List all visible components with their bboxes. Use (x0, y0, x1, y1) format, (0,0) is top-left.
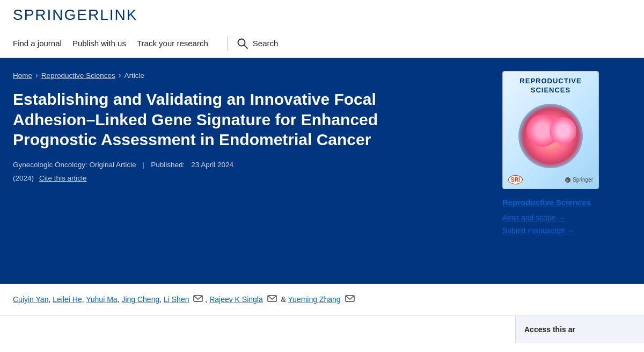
publish-with-us-link[interactable]: Publish with us (72, 34, 137, 52)
find-journal-link[interactable]: Find a journal (13, 34, 72, 52)
author-cuiyin-yan[interactable]: Cuiyin Yan (13, 295, 48, 304)
track-research-link[interactable]: Track your research (137, 34, 219, 52)
breadcrumb-sep-1: › (35, 71, 38, 80)
springer-label: Springer (573, 177, 593, 183)
yueming-email-icon[interactable] (345, 293, 355, 305)
cover-footer: SRI S Springer (503, 175, 598, 184)
search-label: Search (253, 39, 279, 48)
author-leilei-he[interactable]: Leilei He (53, 295, 82, 304)
authors-list: Cuiyin Yan, Leilei He, Yuhui Ma, Jing Ch… (13, 293, 631, 305)
author-li-shen[interactable]: Li Shen (164, 295, 189, 304)
meta-separator: | (143, 161, 145, 169)
article-meta: Gynecologic Oncology: Original Article |… (13, 161, 489, 169)
article-year: (2024) (13, 174, 34, 182)
logo-text2: Link (100, 6, 137, 23)
author-yuhui-ma[interactable]: Yuhui Ma (86, 295, 117, 304)
breadcrumb-sep-2: › (119, 71, 121, 80)
author-yueming-zhang[interactable]: Yueming Zhang (288, 295, 341, 304)
search-icon (237, 38, 248, 49)
search-button[interactable]: Search (237, 38, 279, 49)
journal-sidebar: ReproductiveSciences SRI S Springer Repr… (502, 71, 631, 235)
article-type: Gynecologic Oncology: Original Article (13, 161, 136, 169)
svg-line-1 (244, 45, 247, 48)
springerlink-logo[interactable]: SpringerLink (13, 6, 631, 29)
breadcrumb: Home › Reproductive Sciences › Article (13, 71, 489, 80)
article-hero: Home › Reproductive Sciences › Article E… (0, 58, 644, 284)
submit-manuscript-link[interactable]: Submit manuscript → (502, 226, 631, 235)
published-label: Published: (151, 161, 185, 169)
published-date: 23 April 2024 (191, 161, 233, 169)
cite-article-link[interactable]: Cite this article (39, 174, 87, 182)
article-title: Establishing and Validating an Innovativ… (13, 89, 453, 150)
svg-text:S: S (566, 178, 569, 182)
article-main-content: Home › Reproductive Sciences › Article E… (13, 71, 489, 182)
nav-divider (228, 36, 228, 51)
journal-title-link[interactable]: Reproductive Sciences (502, 198, 631, 207)
aims-scope-arrow: → (558, 214, 565, 222)
author-jing-cheng[interactable]: Jing Cheng (121, 295, 159, 304)
journal-sidebar-links: Reproductive Sciences Aims and scope → S… (502, 198, 631, 235)
breadcrumb-journal[interactable]: Reproductive Sciences (41, 71, 115, 80)
submit-manuscript-arrow: → (567, 227, 574, 235)
rajeev-email-icon[interactable] (267, 293, 277, 305)
article-year-cite: (2024) Cite this article (13, 174, 489, 182)
cover-art (518, 104, 583, 168)
li-shen-email-icon[interactable] (193, 293, 203, 305)
breadcrumb-home[interactable]: Home (13, 71, 32, 80)
logo-text: Springer (13, 6, 100, 23)
aims-scope-link[interactable]: Aims and scope → (502, 213, 631, 222)
cover-title: ReproductiveSciences (519, 77, 581, 95)
page-header: SpringerLink Find a journal Publish with… (0, 0, 644, 58)
journal-cover-image: ReproductiveSciences SRI S Springer (502, 71, 599, 189)
access-section: Access this ar (515, 316, 644, 343)
springer-logo: S Springer (565, 177, 593, 183)
author-rajeev-singla[interactable]: Rajeev K Singla (209, 295, 263, 304)
authors-section: Cuiyin Yan, Leilei He, Yuhui Ma, Jing Ch… (0, 284, 644, 315)
sri-logo: SRI (508, 175, 523, 184)
main-nav: Find a journal Publish with us Track you… (13, 29, 631, 58)
breadcrumb-section: Article (124, 71, 144, 80)
access-row: Access this ar (0, 315, 644, 343)
access-title: Access this ar (524, 325, 575, 334)
